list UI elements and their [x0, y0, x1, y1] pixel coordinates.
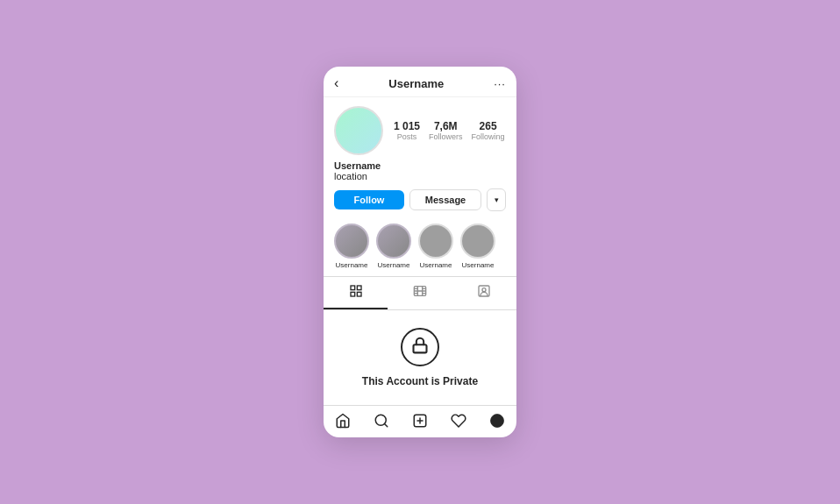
more-button[interactable]: ··· [494, 77, 506, 90]
story-item[interactable]: Username [334, 224, 369, 269]
story-item[interactable]: Username [460, 224, 495, 269]
story-item[interactable]: Username [376, 224, 411, 269]
stories-section: Username Username Username Username [324, 218, 516, 276]
following-stat: 265 Following [472, 120, 505, 141]
nav-add[interactable] [401, 413, 439, 429]
posts-value: 1 015 [394, 120, 420, 132]
bio-name: Username [334, 160, 506, 171]
nav-home[interactable] [324, 413, 362, 429]
bio-location: location [334, 171, 506, 181]
tab-grid[interactable] [324, 277, 388, 309]
story-label: Username [336, 261, 368, 269]
message-button[interactable]: Message [409, 189, 481, 210]
grid-icon [349, 284, 363, 301]
story-circle [460, 224, 495, 259]
stats-section: 1 015 Posts 7,6M Followers 265 Following [394, 120, 506, 141]
posts-stat: 1 015 Posts [394, 120, 420, 141]
followers-value: 7,6M [434, 120, 458, 132]
profile-header: ‹ Username ··· [324, 67, 516, 97]
tab-tagged[interactable] [452, 277, 516, 309]
svg-rect-0 [351, 286, 355, 290]
follow-button[interactable]: Follow [334, 190, 404, 209]
phone-frame: ‹ Username ··· 1 015 Posts 7,6M Follower… [324, 67, 516, 437]
svg-rect-1 [357, 286, 361, 290]
followers-label: Followers [429, 132, 463, 141]
avatar [334, 106, 383, 155]
following-label: Following [472, 132, 505, 141]
private-section: This Account is Private [324, 310, 516, 405]
header-username: Username [388, 77, 444, 90]
svg-point-13 [491, 415, 504, 428]
back-button[interactable]: ‹ [334, 75, 338, 91]
nav-search[interactable] [362, 413, 401, 429]
private-text: This Account is Private [362, 375, 478, 387]
action-buttons: Follow Message ▾ [324, 188, 516, 218]
story-label: Username [462, 261, 495, 269]
following-value: 265 [480, 120, 497, 132]
bio-section: Username location [324, 160, 516, 188]
story-circle [334, 224, 369, 259]
story-item[interactable]: Username [418, 224, 453, 269]
nav-profile[interactable] [478, 413, 516, 429]
reels-icon [413, 284, 427, 301]
dropdown-button[interactable]: ▾ [487, 188, 506, 211]
posts-label: Posts [397, 132, 417, 141]
lock-icon-container [401, 328, 439, 366]
story-circle [376, 224, 411, 259]
bottom-nav [324, 405, 516, 437]
story-label: Username [420, 261, 452, 269]
svg-rect-2 [351, 292, 355, 296]
svg-rect-3 [357, 292, 361, 296]
lock-icon [411, 337, 429, 358]
svg-rect-7 [414, 344, 427, 352]
nav-heart[interactable] [439, 413, 478, 429]
profile-top: 1 015 Posts 7,6M Followers 265 Following [324, 97, 516, 160]
story-label: Username [378, 261, 410, 269]
tab-reels[interactable] [388, 277, 452, 309]
story-circle [418, 224, 453, 259]
tagged-icon [477, 284, 491, 301]
followers-stat: 7,6M Followers [429, 120, 463, 141]
content-tabs [324, 276, 516, 310]
svg-point-6 [482, 288, 486, 292]
svg-line-9 [384, 423, 387, 426]
